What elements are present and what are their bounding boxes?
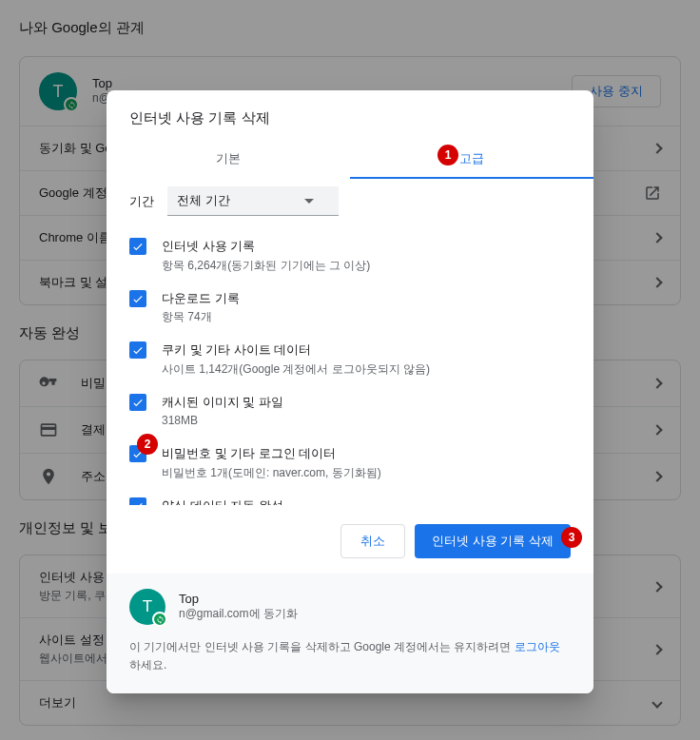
footer-account-email: n@gmail.com에 동기화 (179, 606, 298, 622)
checkbox[interactable] (129, 497, 146, 506)
checkbox[interactable] (129, 341, 146, 359)
annotation-badge-3: 3 (561, 527, 582, 548)
item-autofill: 양식 데이터 자동 완성 제안 576개(동기화됨) (129, 489, 576, 506)
dialog-title: 인터넷 사용 기록 삭제 (107, 90, 593, 139)
clear-items-list[interactable]: 인터넷 사용 기록 항목 6,264개(동기화된 기기에는 그 이상) 다운로드… (107, 227, 584, 505)
logout-link[interactable]: 로그아웃 (515, 640, 560, 653)
checkbox[interactable] (129, 394, 146, 411)
footer-note: 이 기기에서만 인터넷 사용 기록을 삭제하고 Google 계정에서는 유지하… (129, 638, 571, 674)
annotation-badge-1: 1 (438, 145, 458, 166)
sync-badge-icon (152, 612, 167, 627)
item-desc: 비밀번호 1개(도메인: naver.com, 동기화됨) (162, 464, 576, 481)
footer-account: T Top n@gmail.com에 동기화 (129, 589, 571, 625)
item-desc: 사이트 1,142개(Google 계정에서 로그아웃되지 않음) (162, 360, 576, 378)
tab-advanced[interactable]: 1 고급 (350, 139, 593, 179)
item-cache: 캐시된 이미지 및 파일 318MB (129, 385, 576, 438)
item-label: 비밀번호 및 기타 로그인 데이터 (162, 444, 576, 463)
dropdown-arrow-icon (304, 199, 314, 204)
period-row: 기간 전체 기간 (107, 179, 593, 227)
footer-note-prefix: 이 기기에서만 인터넷 사용 기록을 삭제하고 Google 계정에서는 유지하… (129, 640, 515, 653)
period-label: 기간 (129, 193, 154, 210)
avatar-initial: T (143, 597, 152, 616)
cancel-button[interactable]: 취소 (340, 524, 405, 558)
item-passwords: 2 비밀번호 및 기타 로그인 데이터 비밀번호 1개(도메인: naver.c… (129, 437, 576, 489)
item-desc: 318MB (162, 412, 576, 429)
checkbox[interactable] (129, 290, 146, 307)
item-label: 양식 데이터 자동 완성 (162, 497, 576, 506)
avatar: T (129, 589, 165, 625)
item-label: 캐시된 이미지 및 파일 (162, 393, 576, 412)
clear-browsing-dialog: 인터넷 사용 기록 삭제 기본 1 고급 기간 전체 기간 인터넷 사용 기록 … (107, 90, 593, 693)
item-download-history: 다운로드 기록 항목 74개 (129, 282, 576, 334)
checkbox[interactable] (129, 238, 146, 255)
item-cookies: 쿠키 및 기타 사이트 데이터 사이트 1,142개(Google 계정에서 로… (129, 333, 576, 385)
footer-note-suffix: 하세요. (129, 658, 166, 672)
item-desc: 항목 74개 (162, 308, 576, 325)
period-select[interactable]: 전체 기간 (167, 186, 339, 216)
dialog-footer: T Top n@gmail.com에 동기화 이 기기에서만 인터넷 사용 기록… (107, 574, 593, 693)
dialog-tabs: 기본 1 고급 (107, 139, 593, 179)
annotation-badge-2: 2 (137, 434, 158, 455)
item-label: 인터넷 사용 기록 (162, 237, 576, 256)
item-label: 다운로드 기록 (162, 289, 576, 308)
item-browsing-history: 인터넷 사용 기록 항목 6,264개(동기화된 기기에는 그 이상) (129, 229, 576, 282)
clear-data-button[interactable]: 인터넷 사용 기록 삭제 (415, 524, 571, 558)
tab-advanced-label: 고급 (459, 151, 484, 166)
item-desc: 항목 6,264개(동기화된 기기에는 그 이상) (162, 257, 576, 274)
period-value: 전체 기간 (177, 192, 230, 209)
item-label: 쿠키 및 기타 사이트 데이터 (162, 341, 576, 360)
tab-basic[interactable]: 기본 (107, 139, 350, 179)
dialog-actions: 취소 인터넷 사용 기록 삭제 3 (107, 505, 593, 574)
footer-account-name: Top (179, 592, 298, 606)
